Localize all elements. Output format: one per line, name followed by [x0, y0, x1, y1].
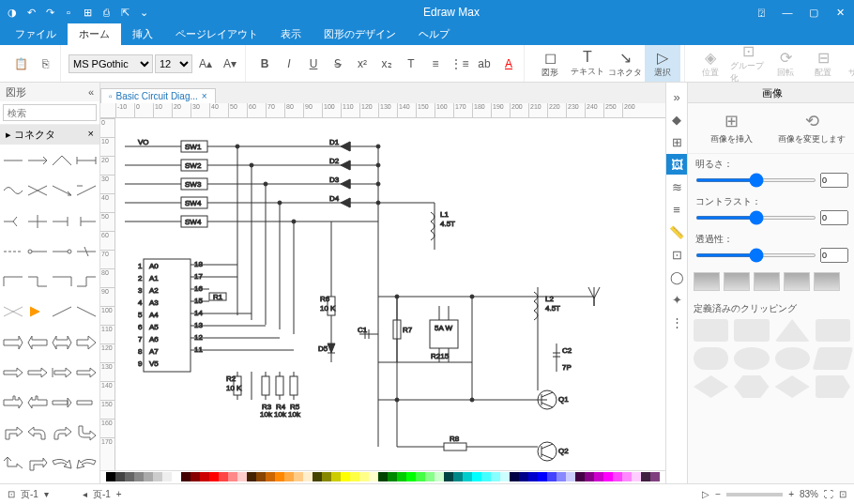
clip-shape[interactable] — [734, 375, 769, 398]
connector-shape[interactable] — [26, 451, 49, 476]
redo-icon[interactable]: ↷ — [41, 4, 58, 21]
connector-shape[interactable] — [51, 209, 73, 234]
align-button[interactable]: ⊟配置 — [805, 45, 841, 82]
color-swatch[interactable] — [613, 472, 622, 481]
linespacing-icon[interactable]: ≡ — [424, 53, 447, 75]
color-swatch[interactable] — [172, 472, 181, 481]
color-swatch[interactable] — [585, 472, 594, 481]
color-swatch[interactable] — [284, 472, 294, 481]
color-swatch[interactable] — [406, 472, 416, 481]
connector-shape[interactable] — [51, 420, 73, 445]
color-swatch[interactable] — [632, 472, 641, 481]
color-swatch[interactable] — [566, 472, 575, 481]
color-swatch[interactable] — [416, 472, 425, 481]
connector-shape[interactable] — [2, 148, 24, 173]
connector-shape[interactable] — [2, 239, 24, 264]
connector-shape[interactable] — [75, 451, 98, 476]
preset-thumb[interactable] — [814, 272, 840, 291]
clip-shape[interactable] — [775, 319, 810, 342]
color-swatch[interactable] — [275, 472, 284, 481]
bullets-icon[interactable]: ⋮≡ — [449, 53, 471, 75]
color-swatch[interactable] — [266, 472, 275, 481]
group-button[interactable]: ⊡グループ化 — [730, 45, 766, 82]
undo-icon[interactable]: ↶ — [23, 4, 39, 21]
clip-shape[interactable] — [694, 375, 728, 398]
change-image-button[interactable]: ⟲画像を変更します — [772, 111, 853, 145]
connector-shape[interactable] — [51, 360, 73, 385]
maximize-icon[interactable]: ▢ — [803, 4, 824, 21]
page-tab-label[interactable]: 页-1 — [93, 488, 111, 501]
color-swatch[interactable] — [510, 472, 519, 481]
decrease-font-icon[interactable]: A▾ — [219, 53, 241, 75]
document-tab[interactable]: ▫ Basic Circuit Diag... × — [100, 88, 216, 103]
color-swatch[interactable] — [575, 472, 585, 481]
connector-shape[interactable] — [75, 269, 98, 294]
menu-insert[interactable]: 挿入 — [121, 23, 164, 45]
color-swatch[interactable] — [153, 472, 162, 481]
shape-search-input[interactable] — [3, 104, 97, 121]
color-swatch[interactable] — [144, 472, 153, 481]
page-dropdown-icon[interactable]: ▾ — [44, 489, 49, 499]
minimize-icon[interactable]: — — [777, 4, 798, 21]
color-swatch[interactable] — [237, 472, 247, 481]
color-swatch[interactable] — [331, 472, 341, 481]
color-swatch[interactable] — [472, 472, 481, 481]
transparency-value[interactable] — [820, 248, 848, 263]
copy-icon[interactable]: ⎘ — [34, 53, 56, 75]
color-swatch[interactable] — [519, 472, 528, 481]
connector-shape[interactable] — [75, 239, 98, 264]
color-swatch[interactable] — [125, 472, 134, 481]
connector-shape[interactable] — [26, 148, 49, 173]
brightness-value[interactable] — [820, 173, 848, 188]
save-icon[interactable]: ⎙ — [98, 4, 114, 21]
color-swatch[interactable] — [209, 472, 219, 481]
connector-shape[interactable] — [26, 420, 49, 445]
preset-thumb[interactable] — [694, 272, 720, 291]
preset-thumb[interactable] — [784, 272, 810, 291]
menu-pagelayout[interactable]: ページレイアウト — [164, 23, 269, 45]
color-swatch[interactable] — [491, 472, 500, 481]
connector-shape[interactable] — [51, 330, 73, 355]
clip-shape[interactable] — [694, 319, 728, 342]
color-swatch[interactable] — [538, 472, 547, 481]
color-swatch[interactable] — [134, 472, 144, 481]
color-swatch[interactable] — [641, 472, 650, 481]
insert-image-button[interactable]: ⊞画像を挿入 — [692, 111, 772, 145]
clip-shape[interactable] — [813, 347, 854, 370]
color-swatch[interactable] — [388, 472, 397, 481]
color-swatch[interactable] — [435, 472, 444, 481]
connector-shape[interactable] — [2, 420, 24, 445]
color-swatch[interactable] — [425, 472, 435, 481]
open-icon[interactable]: ⊞ — [79, 4, 96, 21]
app-logo-icon[interactable]: ◑ — [4, 4, 21, 21]
rtool-settings-icon[interactable]: ✦ — [666, 289, 687, 310]
connector-shape[interactable] — [2, 390, 24, 415]
transparency-slider[interactable] — [695, 253, 816, 257]
color-swatch[interactable] — [256, 472, 266, 481]
connector-shape[interactable] — [51, 178, 73, 203]
preset-thumb[interactable] — [754, 272, 780, 291]
color-swatch[interactable] — [294, 472, 303, 481]
color-swatch[interactable] — [397, 472, 406, 481]
clip-shape[interactable] — [734, 319, 769, 342]
color-swatch[interactable] — [322, 472, 331, 481]
rtool-shape-icon[interactable]: ◯ — [666, 267, 687, 287]
color-swatch[interactable] — [181, 472, 191, 481]
shape-button[interactable]: ◻図形 — [532, 45, 568, 82]
connector-shape[interactable] — [75, 148, 98, 173]
menu-shapedesign[interactable]: 図形のデザイン — [313, 23, 407, 45]
connector-shape[interactable] — [75, 209, 98, 234]
color-swatch[interactable] — [191, 472, 200, 481]
contrast-value[interactable] — [820, 210, 848, 225]
connector-shape[interactable] — [2, 178, 24, 203]
color-swatch[interactable] — [444, 472, 453, 481]
connector-shape[interactable] — [75, 390, 98, 415]
color-swatch[interactable] — [650, 472, 660, 481]
rtool-layers-icon[interactable]: ≋ — [666, 176, 687, 197]
color-swatch[interactable] — [162, 472, 172, 481]
menu-view[interactable]: 表示 — [269, 23, 313, 45]
paste-icon[interactable]: 📋 — [9, 53, 32, 75]
color-bar[interactable] — [100, 470, 665, 483]
more-icon[interactable]: ⌄ — [135, 4, 152, 21]
zoom-in-icon[interactable]: + — [788, 489, 794, 499]
